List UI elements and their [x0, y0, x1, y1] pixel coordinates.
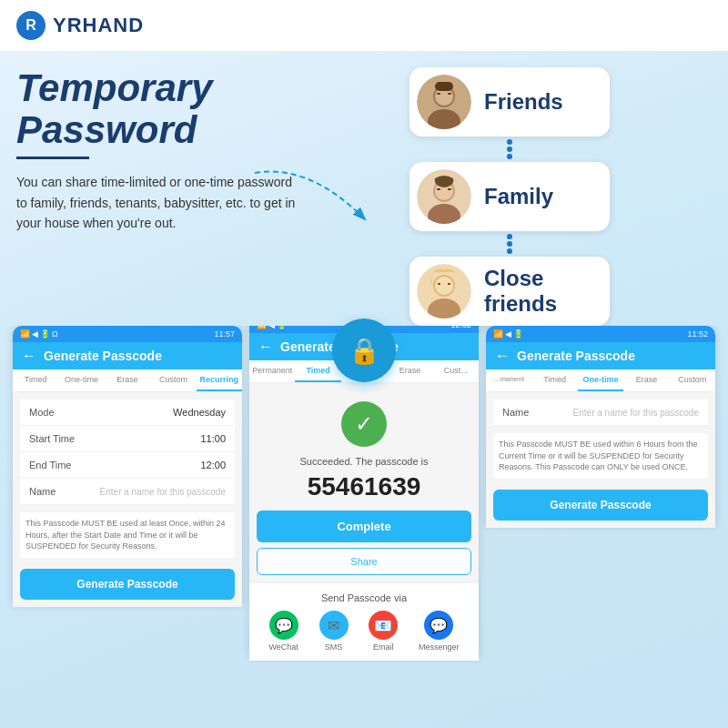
phone-header-left: ← Generate Passcode	[13, 342, 242, 369]
person-label-family: Family	[484, 184, 553, 209]
phone-title-right: Generate Passcode	[517, 349, 635, 363]
tab-custom-right[interactable]: Custom	[670, 369, 715, 391]
field-mode: Mode Wednesday	[20, 399, 235, 426]
field-end-time: End Time 12:00	[20, 452, 235, 479]
svg-rect-5	[448, 93, 451, 95]
send-via-label: Send Passcode via	[258, 592, 470, 603]
status-time-middle: 12:02	[450, 326, 471, 329]
phone-tabs-right: ...manent Timed One-time Erase Custom	[486, 369, 715, 392]
person-card-close-friends[interactable]: Closefriends	[410, 257, 610, 326]
tab-onetime-left[interactable]: One-time	[58, 369, 104, 391]
right-panel: Friends Family	[308, 67, 712, 326]
check-circle: ✓	[341, 401, 387, 447]
lock-icon-container: 🔒	[332, 318, 396, 382]
person-card-family[interactable]: Family	[410, 162, 610, 231]
back-arrow-right[interactable]: ←	[495, 348, 510, 364]
warning-right: This Passcode MUST BE used within 6 Hour…	[493, 433, 708, 479]
connector-2	[507, 233, 512, 255]
check-icon: ✓	[355, 411, 373, 437]
phone-body-right: Name Enter a name for this passcode This…	[486, 392, 715, 528]
field-start-time: Start Time 11:00	[20, 426, 235, 452]
avatar-friends	[417, 75, 471, 129]
svg-rect-4	[437, 93, 440, 95]
title-line1: Temporary	[16, 66, 213, 109]
person-label-close-friends: Closefriends	[484, 266, 557, 317]
generate-btn-left[interactable]: Generate Passcode	[20, 569, 235, 600]
phone-header-right: ← Generate Passcode	[486, 342, 715, 369]
tab-erase-left[interactable]: Erase	[105, 369, 150, 391]
tab-permanent-right[interactable]: ...manent	[486, 369, 531, 391]
lock-icon: 🔒	[349, 336, 380, 366]
tab-custom-left[interactable]: Custom	[150, 369, 196, 391]
svg-rect-6	[435, 82, 453, 91]
hero-description: You can share time-limited or one-time p…	[16, 172, 298, 233]
field-name-right[interactable]: Name Enter a name for this passcode	[493, 399, 708, 426]
tab-permanent-middle[interactable]: Permanent	[249, 360, 295, 382]
send-messenger[interactable]: 💬 Messenger	[419, 611, 460, 652]
phone-right: 📶 ◀ 🔋 11:52 ← Generate Passcode ...manen…	[486, 326, 715, 528]
avatar-family	[417, 169, 471, 224]
svg-rect-17	[438, 283, 440, 285]
tab-onetime-right[interactable]: One-time	[578, 369, 623, 391]
tab-timed-right[interactable]: Timed	[531, 369, 577, 391]
status-time-left: 11:57	[214, 329, 235, 339]
person-label-friends: Friends	[484, 89, 563, 115]
sms-icon: ✉	[319, 611, 349, 640]
field-name-left[interactable]: Name Enter a name for this passcode	[20, 479, 235, 505]
svg-rect-11	[437, 188, 440, 190]
send-via-section: Send Passcode via 💬 WeChat ✉ SMS 📧 Email…	[249, 582, 479, 661]
logo-letter: R	[25, 17, 36, 34]
messenger-icon: 💬	[424, 611, 453, 640]
connector-1	[507, 138, 512, 160]
brand-name: YRHAND	[53, 14, 144, 37]
send-email[interactable]: 📧 Email	[369, 611, 398, 652]
wechat-icon: 💬	[269, 611, 298, 640]
title-underline	[16, 157, 89, 159]
back-arrow-left[interactable]: ←	[22, 348, 36, 364]
status-time-right: 11:52	[687, 329, 708, 339]
phone-left: 📶 ◀ 🔋 Ω 11:57 ← Generate Passcode Timed …	[13, 326, 242, 607]
generate-btn-right[interactable]: Generate Passcode	[493, 490, 708, 521]
phone-tabs-left: Timed One-time Erase Custom Recurring	[13, 369, 242, 392]
passcode-display: 55461639	[308, 472, 421, 501]
title-line2: Password	[16, 108, 197, 151]
send-sms[interactable]: ✉ SMS	[319, 611, 349, 652]
warning-left: This Passcode MUST BE used at least Once…	[20, 512, 235, 558]
tab-custom-middle[interactable]: Cust...	[433, 360, 479, 382]
send-wechat[interactable]: 💬 WeChat	[268, 611, 298, 652]
send-icons-row: 💬 WeChat ✉ SMS 📧 Email 💬 Messenger	[258, 611, 470, 652]
header: R YRHAND	[0, 0, 728, 51]
complete-button[interactable]: Complete	[257, 511, 471, 542]
tab-timed-left[interactable]: Timed	[13, 369, 58, 391]
tab-recurring-left[interactable]: Recurring	[197, 369, 242, 391]
left-panel: Temporary Password You can share time-li…	[16, 67, 308, 326]
status-bar-left: 📶 ◀ 🔋 Ω 11:57	[13, 326, 242, 342]
status-bar-right: 📶 ◀ 🔋 11:52	[486, 326, 715, 342]
email-icon: 📧	[369, 611, 398, 640]
avatar-close-friends	[417, 264, 471, 318]
logo-circle: R	[16, 11, 46, 40]
svg-rect-18	[448, 283, 450, 285]
share-button[interactable]: Share	[257, 548, 471, 575]
main-content: Temporary Password You can share time-li…	[0, 51, 728, 326]
success-area: ✓ Succeeded. The passcode is 55461639 Co…	[249, 383, 479, 582]
hero-title: Temporary Password	[16, 67, 298, 151]
svg-rect-12	[448, 188, 451, 190]
person-card-friends[interactable]: Friends	[410, 67, 610, 136]
success-message: Succeeded. The passcode is	[299, 456, 428, 467]
tab-erase-right[interactable]: Erase	[623, 369, 669, 391]
lock-circle: 🔒	[332, 318, 396, 382]
phone-title-left: Generate Passcode	[44, 349, 162, 363]
svg-point-16	[435, 277, 453, 295]
phone-body-left: Mode Wednesday Start Time 11:00 End Time…	[13, 392, 242, 607]
back-arrow-middle[interactable]: ←	[258, 339, 273, 355]
